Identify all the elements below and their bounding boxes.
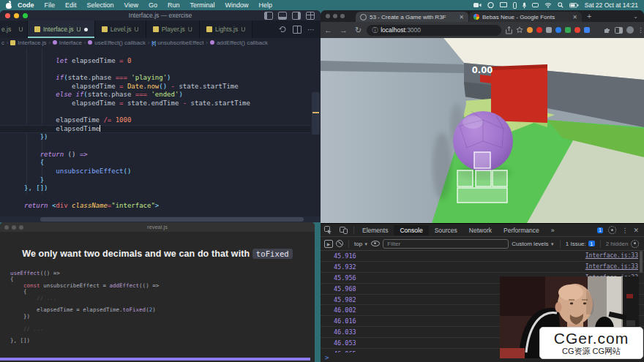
google-fonts-favicon <box>473 14 479 20</box>
profile-avatar[interactable] <box>626 26 634 34</box>
slides-window-title: reveal.js <box>0 224 315 230</box>
menu-selection[interactable]: Selection <box>82 1 119 9</box>
device-toolbar-icon[interactable] <box>336 227 351 234</box>
wifi-icon[interactable] <box>544 2 552 8</box>
breadcrumb-item[interactable]: Interface <box>59 39 82 46</box>
browser-tab-active[interactable]: 53 - Create a Game with R3F✕ <box>356 12 468 22</box>
modified-dot-icon[interactable] <box>84 28 88 31</box>
reload-button[interactable]: ↻ <box>351 26 365 35</box>
menubar-clock[interactable]: Sat 22 Oct at 14:21 <box>585 1 638 9</box>
extension-icon[interactable] <box>527 27 533 33</box>
issues-counter[interactable]: 1 Issue:1 <box>566 241 595 247</box>
extension-icon[interactable] <box>565 27 571 33</box>
extension-icon[interactable] <box>555 27 561 33</box>
game-canvas[interactable]: 0.00 <box>321 38 644 223</box>
customize-layout-icon[interactable] <box>306 12 315 20</box>
hidden-messages-label[interactable]: 2 hidden <box>606 241 629 247</box>
js-context-selector[interactable]: top ▼ <box>354 241 368 247</box>
menu-window[interactable]: Window <box>220 1 253 9</box>
console-filter-input[interactable] <box>383 239 509 249</box>
breadcrumb-item[interactable]: unsubscribeEffect <box>157 39 203 46</box>
mic-icon[interactable] <box>523 2 526 9</box>
toggle-secondary-sidebar-icon[interactable] <box>292 12 301 20</box>
video-icon[interactable] <box>473 2 482 8</box>
extensions-puzzle-icon[interactable] <box>604 26 611 34</box>
clear-console-icon[interactable] <box>336 240 343 247</box>
devtools-tab-elements[interactable]: Elements <box>356 225 394 235</box>
console-messages-badge[interactable]: 1 <box>597 227 604 233</box>
tab-player-js[interactable]: Player.jsU <box>146 20 200 38</box>
menu-app-name[interactable]: Code <box>12 1 40 9</box>
devtools-settings-gear-icon[interactable] <box>608 226 616 234</box>
horizontal-scrollbar[interactable] <box>0 216 321 222</box>
menu-edit[interactable]: Edit <box>60 1 82 9</box>
address-bar[interactable]: ⓘ localhost:3000 <box>367 25 501 36</box>
extension-icon[interactable] <box>574 27 580 33</box>
browser-tab[interactable]: Bebas Neue - Google Fonts✕ <box>469 12 582 22</box>
devtools-tab-network[interactable]: Network <box>463 225 498 235</box>
share-icon[interactable] <box>506 26 512 34</box>
console-sidebar-icon[interactable]: ▶ <box>324 240 333 248</box>
chrome-menu-kebab-icon[interactable]: ⋮ <box>637 26 644 34</box>
log-levels-dropdown[interactable]: Custom levels ▼ <box>512 241 554 247</box>
forward-button[interactable]: → <box>336 26 351 34</box>
phone-icon[interactable] <box>513 2 517 9</box>
tab-level-js[interactable]: Level.jsU <box>95 20 146 38</box>
devtools-tab-performance[interactable]: Performance <box>498 225 545 235</box>
menu-file[interactable]: File <box>40 1 61 9</box>
console-source-link[interactable]: Interface.js:33 <box>585 263 638 270</box>
breadcrumb-item[interactable]: useEffect() callback <box>94 39 146 46</box>
bookmark-star-icon[interactable] <box>516 26 523 34</box>
close-window-button[interactable] <box>326 14 330 18</box>
battery-icon[interactable] <box>569 3 579 8</box>
presentation-progress-bar[interactable] <box>0 358 310 361</box>
extension-icon[interactable] <box>536 27 542 33</box>
tab-layout-icon[interactable] <box>615 27 623 34</box>
toggle-sidebar-icon[interactable] <box>264 12 273 20</box>
close-tab-icon[interactable]: ✕ <box>459 14 464 20</box>
split-editor-icon[interactable] <box>293 26 302 34</box>
zoom-window-button[interactable] <box>340 14 345 18</box>
menu-run[interactable]: Run <box>162 1 185 9</box>
breadcrumb-item[interactable]: Interface.js <box>18 39 46 46</box>
site-info-icon[interactable]: ⓘ <box>372 26 378 34</box>
tab-lights-js[interactable]: Lights.jsU <box>200 20 252 38</box>
breadcrumb-item[interactable]: c <box>1 39 4 46</box>
close-tab-icon[interactable]: ✕ <box>572 14 577 20</box>
minimize-window-button[interactable] <box>333 14 337 18</box>
apple-menu-icon[interactable] <box>6 1 12 9</box>
devtools-kebab-icon[interactable]: ⋮ <box>621 227 628 234</box>
breadcrumb-item[interactable]: addEffect() callback <box>217 39 268 46</box>
devtools-tab-console[interactable]: Console <box>394 225 428 235</box>
sync-icon[interactable] <box>279 26 287 33</box>
console-settings-gear-icon[interactable] <box>631 240 639 248</box>
console-source-link[interactable]: Interface.js:33 <box>585 252 638 259</box>
inspect-element-icon[interactable] <box>321 226 336 234</box>
new-tab-button[interactable]: + <box>587 12 591 20</box>
devtools-more-tabs-icon[interactable]: » <box>545 225 561 235</box>
tab-partial-file[interactable]: e.js U <box>0 20 28 38</box>
screen-mirroring-icon[interactable] <box>487 2 494 8</box>
live-expression-eye-icon[interactable] <box>371 241 380 246</box>
menu-view[interactable]: View <box>119 1 143 9</box>
menu-go[interactable]: Go <box>143 1 162 9</box>
tab-search-chevron-icon[interactable]: ⌄ <box>633 13 638 20</box>
extension-icon[interactable] <box>584 27 590 33</box>
more-actions-icon[interactable]: ⋯ <box>307 26 315 34</box>
tab-interface-js[interactable]: Interface.jsU <box>28 20 95 38</box>
toggle-panel-icon[interactable] <box>278 12 287 20</box>
display-icon[interactable] <box>500 2 507 8</box>
console-log-value: 45.968 <box>334 285 356 293</box>
keyboard-brightness-icon[interactable] <box>532 2 539 8</box>
search-icon[interactable] <box>558 2 564 8</box>
editor-overview-ruler[interactable] <box>311 47 321 216</box>
devtools-close-icon[interactable]: ✕ <box>633 227 639 234</box>
extension-icon[interactable] <box>546 27 552 33</box>
back-button[interactable]: ← <box>321 26 336 34</box>
devtools-tab-sources[interactable]: Sources <box>429 225 463 235</box>
console-log-value: 45.982 <box>334 296 356 303</box>
code-editor[interactable]: let elapsedTime = 0 if(state.phase === '… <box>0 47 321 216</box>
menu-help[interactable]: Help <box>253 1 277 9</box>
console-scrollbar[interactable] <box>640 251 643 273</box>
menu-terminal[interactable]: Terminal <box>184 1 220 9</box>
